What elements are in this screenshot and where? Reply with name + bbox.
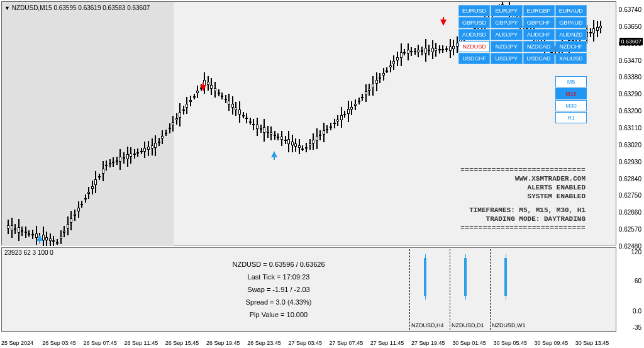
price-y-axis: 0.637400.636500.635600.634700.633800.632…	[616, 1, 643, 245]
mini-chart: NZDUSD,D1	[450, 249, 487, 330]
indicator-title: 23923 62 3 100 0	[4, 249, 53, 256]
trading-mode-label: TRADING MODE: DAYTRADING	[460, 215, 586, 223]
divider: ============================	[460, 223, 586, 232]
symbol-button-eurjpy[interactable]: EURJPY	[491, 5, 522, 16]
symbol-button-gbpaud[interactable]: GBPAUD	[555, 17, 587, 28]
symbol-button-nzdjpy[interactable]: NZDJPY	[491, 41, 522, 52]
symbol-button-audchf[interactable]: AUDCHF	[523, 29, 555, 40]
x-tick: 26 Sep 23:45	[247, 340, 281, 346]
symbol-button-xauusd[interactable]: XAUUSD	[555, 53, 587, 64]
y-tick: 0.63110	[619, 125, 641, 132]
sell-signal-arrow	[440, 20, 447, 26]
mini-chart-label: NZDUSD,H4	[411, 322, 444, 328]
y-tick: 0.63020	[619, 142, 641, 149]
x-tick: 27 Sep 03:45	[288, 340, 322, 346]
time-x-axis: 25 Sep 202426 Sep 03:4526 Sep 07:4526 Se…	[1, 340, 643, 347]
symbol-button-audjpy[interactable]: AUDJPY	[491, 29, 522, 40]
symbol-button-nzdchf[interactable]: NZDCHF	[555, 41, 587, 52]
x-tick: 26 Sep 19:45	[206, 340, 240, 346]
y-tick: 0.63380	[619, 74, 641, 81]
symbol-info-block: NZDUSD = 0.63596 / 0.63626 Last Tick = 1…	[197, 258, 360, 321]
x-tick: 27 Sep 11:45	[370, 340, 404, 346]
swap: Swap = -1.91 / -2.03	[197, 283, 360, 296]
system-info-panel: ============================ WWW.XSMTRAD…	[460, 166, 586, 232]
current-price-marker: 0.63607	[619, 38, 643, 45]
mini-chart: NZDUSD,H4	[409, 249, 447, 330]
indicator-panel[interactable]: 23923 62 3 100 0 NZDUSD = 0.63596 / 0.63…	[1, 247, 616, 332]
sell-signal-arrow	[200, 85, 206, 91]
mini-chart-label: NZDUSD,W1	[492, 322, 526, 328]
divider: ============================	[460, 166, 586, 174]
y-tick: 0.63470	[619, 57, 641, 64]
symbol-button-nzdusd[interactable]: NZDUSD	[458, 41, 490, 52]
x-tick: 30 Sep 13:45	[575, 340, 609, 346]
symbol-button-audusd[interactable]: AUDUSD	[458, 29, 490, 40]
buy-signal-arrow	[271, 151, 277, 157]
symbol-button-gbpchf[interactable]: GBPCHF	[523, 17, 555, 28]
bid-ask: NZDUSD = 0.63596 / 0.63626	[197, 258, 360, 271]
symbol-button-eurusd[interactable]: EURUSD	[458, 5, 490, 16]
y-tick: 0.62930	[619, 159, 641, 166]
last-tick: Last Tick = 17:09:23	[197, 271, 360, 283]
timeframes-label: TIMEFRAMES: M5, M15, M30, H1	[460, 206, 586, 215]
buy-signal-arrow	[36, 235, 43, 241]
y-tick: 0.63650	[619, 23, 641, 30]
symbol-button-usdcad[interactable]: USDCAD	[523, 53, 555, 64]
timeframe-button-h1[interactable]: H1	[555, 112, 587, 123]
mini-chart-label: NZDUSD,D1	[452, 322, 484, 328]
pip-value: Pip Value = 10.000	[197, 308, 360, 321]
symbol-button-audnzd[interactable]: AUDNZD	[555, 29, 587, 40]
x-tick: 26 Sep 03:45	[42, 340, 76, 346]
x-tick: 30 Sep 09:45	[535, 340, 569, 346]
system-status: SYSTEM ENABLED	[460, 192, 586, 201]
indicator-y-axis: 120600.0-35	[616, 247, 643, 332]
y-tick: -35	[633, 324, 641, 331]
symbol-selector-panel: EURUSDEURJPYEURGBPEURAUDGBPUSDGBPJPYGBPC…	[458, 5, 587, 65]
y-tick: 0.0	[633, 308, 641, 315]
symbol-button-usdjpy[interactable]: USDJPY	[491, 53, 522, 64]
x-tick: 30 Sep 01:45	[452, 340, 486, 346]
y-tick: 0.62570	[619, 226, 641, 233]
y-tick: 60	[635, 278, 641, 284]
symbol-button-nzdcad[interactable]: NZDCAD	[523, 41, 555, 52]
x-tick: 25 Sep 2024	[1, 340, 33, 346]
mini-chart: NZDUSD,W1	[490, 249, 528, 330]
symbol-button-usdchf[interactable]: USDCHF	[458, 53, 490, 64]
y-tick: 120	[631, 249, 641, 255]
timeframe-selector-panel: M5M15M30H1	[555, 76, 587, 124]
symbol-button-gbpusd[interactable]: GBPUSD	[458, 17, 490, 28]
spread: Spread = 3.0 (4.33%)	[197, 296, 360, 308]
x-tick: 27 Sep 07:45	[330, 340, 364, 346]
symbol-button-gbpjpy[interactable]: GBPJPY	[491, 17, 522, 28]
x-tick: 26 Sep 11:45	[125, 340, 158, 346]
y-tick: 0.63200	[619, 108, 641, 115]
y-tick: 0.62840	[619, 176, 641, 182]
timeframe-button-m30[interactable]: M30	[555, 100, 587, 111]
y-tick: 0.63740	[619, 6, 641, 13]
x-tick: 26 Sep 07:45	[83, 340, 117, 346]
x-tick: 27 Sep 19:45	[411, 340, 445, 346]
y-tick: 0.62750	[619, 192, 641, 199]
y-tick: 0.62660	[619, 209, 641, 216]
symbol-button-euraud[interactable]: EURAUD	[555, 5, 587, 16]
x-tick: 26 Sep 15:45	[165, 340, 199, 346]
price-chart[interactable]: ▼ NZDUSD,M15 0.63595 0.63619 0.63583 0.6…	[1, 1, 616, 245]
timeframe-button-m15[interactable]: M15	[555, 88, 587, 99]
x-tick: 30 Sep 05:45	[493, 340, 527, 346]
site-label: WWW.XSMTRADER.COM	[460, 174, 586, 183]
timeframe-button-m5[interactable]: M5	[555, 76, 587, 87]
symbol-button-eurgbp[interactable]: EURGBP	[523, 5, 555, 16]
y-tick: 0.63290	[619, 91, 641, 98]
alerts-status: ALERTS ENABLED	[460, 183, 586, 192]
